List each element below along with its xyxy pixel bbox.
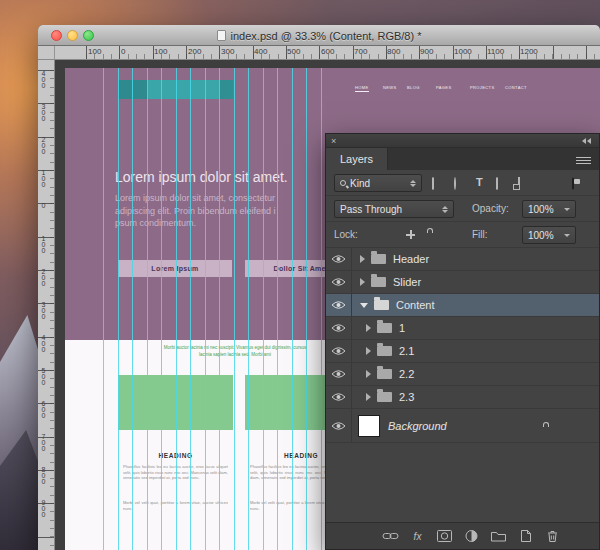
layer-row-content-selected[interactable]: Content	[326, 294, 599, 317]
eye-icon	[331, 300, 346, 310]
fill-dropdown[interactable]: 100%	[522, 226, 576, 244]
chevron-down-icon	[564, 208, 570, 211]
guide-line[interactable]	[103, 68, 104, 550]
guide-line[interactable]	[118, 68, 119, 550]
visibility-toggle[interactable]	[326, 271, 352, 293]
layer-name[interactable]: 2.1	[399, 345, 414, 357]
visibility-toggle[interactable]	[326, 294, 352, 316]
ruler-label: 1100	[487, 47, 504, 56]
panel-drag-strip[interactable]: ×	[326, 134, 599, 148]
layer-name[interactable]: 2.3	[399, 391, 414, 403]
visibility-toggle[interactable]	[326, 340, 352, 362]
tab-layers[interactable]: Layers	[326, 148, 388, 170]
ruler-label: 0	[121, 47, 125, 56]
visibility-toggle[interactable]	[326, 386, 352, 408]
opacity-dropdown[interactable]: 100%	[522, 200, 576, 218]
guide-line[interactable]	[321, 68, 322, 550]
ruler-label: 200	[188, 47, 201, 56]
visibility-toggle[interactable]	[326, 317, 352, 339]
new-adjustment-layer-icon[interactable]	[463, 529, 480, 544]
design-nav-item: NEWS	[383, 85, 397, 90]
filter-pixel-layers-icon[interactable]	[432, 177, 434, 190]
layer-row-2-3[interactable]: 2.3	[326, 386, 599, 409]
filter-smart-objects-icon[interactable]	[518, 177, 520, 190]
filter-type-layers-icon[interactable]: T	[476, 176, 483, 188]
guide-line[interactable]	[219, 68, 220, 550]
blend-mode-dropdown[interactable]: Pass Through	[334, 200, 454, 218]
guide-line[interactable]	[161, 68, 162, 550]
vertical-ruler[interactable]: 400 300 200 100 0 100 200 300 400 500 60…	[38, 60, 55, 550]
layer-row-header[interactable]: Header	[326, 248, 599, 271]
filtering-toggle[interactable]	[572, 177, 574, 190]
ruler-label: 700	[40, 433, 47, 451]
filter-shape-layers-icon[interactable]	[496, 177, 498, 190]
layer-row-2-1[interactable]: 2.1	[326, 340, 599, 363]
group-folder-icon	[371, 254, 386, 264]
group-folder-icon	[377, 392, 392, 402]
collapse-panel-icon[interactable]	[582, 138, 591, 144]
add-layer-mask-icon[interactable]	[436, 529, 453, 544]
visibility-toggle[interactable]	[326, 363, 352, 385]
blend-mode-row: Pass Through Opacity: 100%	[326, 196, 599, 222]
guide-line[interactable]	[147, 68, 148, 550]
screen: index.psd @ 33.3% (Content, RGB/8) * 100…	[0, 0, 600, 550]
disclosure-triangle-expanded-icon[interactable]	[360, 303, 368, 308]
layer-style-fx-icon[interactable]: fx	[409, 529, 426, 544]
disclosure-triangle-icon[interactable]	[366, 324, 371, 332]
layer-name[interactable]: Background	[388, 420, 447, 432]
guide-line[interactable]	[190, 68, 191, 550]
disclosure-triangle-icon[interactable]	[360, 255, 365, 263]
new-group-icon[interactable]	[490, 529, 507, 544]
disclosure-triangle-icon[interactable]	[360, 278, 365, 286]
layer-thumbnail[interactable]	[358, 415, 380, 437]
eye-icon	[331, 392, 346, 402]
design-nav-item: PAGES	[436, 85, 452, 90]
delete-layer-trash-icon[interactable]	[544, 529, 561, 544]
layer-name[interactable]: 2.2	[399, 368, 414, 380]
design-nav-item: PROJECTS	[470, 85, 495, 90]
new-layer-icon[interactable]	[517, 529, 534, 544]
guide-line[interactable]	[306, 68, 307, 550]
layer-row-background[interactable]: Background	[326, 409, 599, 443]
chevron-down-icon	[564, 234, 570, 237]
layer-row-1[interactable]: 1	[326, 317, 599, 340]
ruler-label: 300	[40, 301, 47, 319]
filter-adjustment-layers-icon[interactable]	[454, 177, 456, 190]
guide-line[interactable]	[234, 68, 235, 550]
disclosure-triangle-icon[interactable]	[366, 370, 371, 378]
guide-line[interactable]	[248, 68, 249, 550]
panel-close-icon[interactable]: ×	[331, 135, 336, 147]
window-titlebar[interactable]: index.psd @ 33.3% (Content, RGB/8) *	[38, 25, 600, 46]
layer-name[interactable]: Content	[396, 299, 435, 311]
filter-kind-dropdown[interactable]: Kind	[334, 174, 422, 192]
guide-line[interactable]	[292, 68, 293, 550]
guide-line[interactable]	[263, 68, 264, 550]
panel-menu-icon[interactable]	[576, 155, 591, 164]
ruler-label: 900	[420, 47, 433, 56]
visibility-toggle[interactable]	[326, 409, 352, 442]
layer-name[interactable]: Header	[393, 253, 429, 265]
guide-line[interactable]	[205, 68, 206, 550]
guide-line[interactable]	[132, 68, 133, 550]
horizontal-ruler[interactable]: 100 0 100 200 300 400 500 600 700 800 90…	[55, 46, 600, 60]
layer-name[interactable]: 1	[399, 322, 405, 334]
guide-line[interactable]	[176, 68, 177, 550]
disclosure-triangle-icon[interactable]	[366, 393, 371, 401]
guide-line[interactable]	[277, 68, 278, 550]
group-folder-icon	[377, 369, 392, 379]
layer-name[interactable]: Slider	[393, 276, 421, 288]
eye-icon	[331, 346, 346, 356]
layer-row-2-2[interactable]: 2.2	[326, 363, 599, 386]
window-title: index.psd @ 33.3% (Content, RGB/8) *	[231, 30, 422, 42]
ruler-label: 300	[221, 47, 234, 56]
panel-footer-toolbar: fx	[326, 522, 599, 549]
panel-tab-bar: Layers	[326, 148, 599, 170]
link-layers-icon[interactable]	[382, 529, 399, 544]
ruler-corner[interactable]	[38, 46, 55, 60]
layer-filter-row: Kind T	[326, 170, 599, 196]
layer-row-slider[interactable]: Slider	[326, 271, 599, 294]
design-nav-item: HOME	[355, 85, 369, 92]
visibility-toggle[interactable]	[326, 248, 352, 270]
disclosure-triangle-icon[interactable]	[366, 347, 371, 355]
eye-icon	[331, 254, 346, 264]
